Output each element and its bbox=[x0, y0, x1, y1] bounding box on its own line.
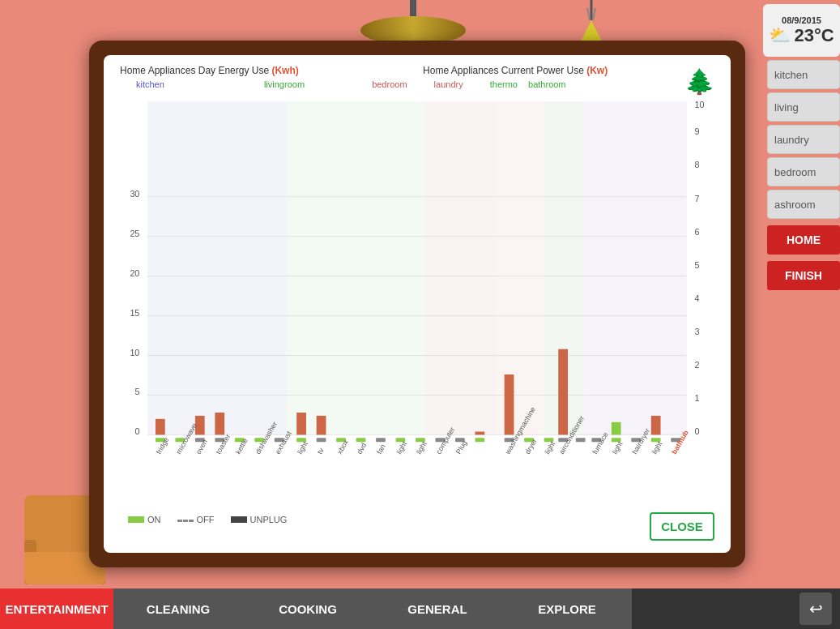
label-kitchen: kitchen bbox=[136, 79, 164, 89]
svg-text:light: light bbox=[395, 439, 409, 455]
room-btn-laundry[interactable]: laundry bbox=[767, 125, 840, 154]
home-button[interactable]: HOME bbox=[767, 225, 840, 255]
nav-general[interactable]: GENERAL bbox=[373, 588, 502, 629]
svg-rect-58 bbox=[651, 416, 661, 434]
svg-text:fan: fan bbox=[375, 443, 387, 456]
exit-button[interactable]: ↩ bbox=[799, 593, 832, 625]
right-panel: 08/9/2015 ⛅ 23°C kitchen living laundry … bbox=[759, 0, 840, 584]
label-bathroom: bathroom bbox=[528, 79, 565, 89]
chart-svg: 0 5 10 15 20 25 30 0 1 2 3 4 5 6 7 8 9 1… bbox=[116, 92, 718, 508]
chart-title-left: Home Appliances Day Energy Use (Kwh) bbox=[120, 65, 299, 76]
svg-text:9: 9 bbox=[695, 126, 700, 136]
svg-text:20: 20 bbox=[130, 268, 139, 278]
svg-text:light: light bbox=[544, 439, 557, 455]
main-frame: 🌲 Home Appliances Day Energy Use (Kwh) H… bbox=[89, 41, 745, 567]
svg-rect-35 bbox=[156, 419, 165, 435]
svg-rect-56 bbox=[612, 422, 621, 435]
svg-text:5: 5 bbox=[695, 260, 700, 270]
svg-text:light: light bbox=[296, 439, 309, 455]
svg-text:10: 10 bbox=[695, 100, 705, 109]
svg-text:1: 1 bbox=[695, 393, 700, 403]
weather-date: 08/9/2015 bbox=[782, 15, 821, 25]
svg-rect-5 bbox=[286, 101, 424, 434]
svg-text:0: 0 bbox=[695, 426, 700, 436]
svg-text:4: 4 bbox=[695, 293, 700, 303]
frame-inner: 🌲 Home Appliances Day Energy Use (Kwh) H… bbox=[104, 55, 731, 553]
svg-line-3 bbox=[593, 8, 595, 20]
svg-rect-81 bbox=[576, 438, 586, 442]
nav-entertainment[interactable]: ENTERTAINMENT bbox=[0, 588, 113, 629]
svg-text:15: 15 bbox=[130, 308, 139, 318]
svg-text:6: 6 bbox=[695, 227, 700, 237]
svg-rect-6 bbox=[425, 101, 497, 434]
svg-rect-51 bbox=[505, 374, 514, 434]
svg-text:light: light bbox=[650, 439, 664, 455]
svg-text:7: 7 bbox=[695, 194, 700, 203]
label-laundry: laundry bbox=[434, 79, 463, 89]
svg-text:30: 30 bbox=[130, 189, 139, 199]
nav-cleaning[interactable]: CLEANING bbox=[113, 588, 243, 629]
weather-widget: 08/9/2015 ⛅ 23°C bbox=[763, 4, 840, 57]
svg-text:light: light bbox=[611, 439, 625, 455]
weather-temp: ⛅ 23°C bbox=[769, 25, 834, 46]
svg-text:light: light bbox=[415, 439, 429, 455]
bottom-nav: ENTERTAINMENT CLEANING COOKING GENERAL E… bbox=[0, 588, 840, 629]
legend-on-label: ON bbox=[147, 515, 161, 524]
svg-text:dvd: dvd bbox=[356, 442, 369, 456]
nav-cooking[interactable]: COOKING bbox=[243, 588, 373, 629]
svg-line-2 bbox=[587, 8, 590, 20]
close-button[interactable]: CLOSE bbox=[650, 512, 714, 541]
chart-legend: ON OFF UNPLUG bbox=[128, 515, 287, 524]
chart-title-right: Home Appliances Current Power Use (Kw) bbox=[423, 65, 608, 76]
svg-text:25: 25 bbox=[130, 229, 139, 238]
legend-off: OFF bbox=[177, 515, 215, 524]
legend-off-label: OFF bbox=[197, 515, 215, 524]
room-labels: kitchen livingroom bedroom laundry therm… bbox=[128, 79, 682, 89]
legend-unplug: UNPLUG bbox=[231, 515, 288, 524]
svg-rect-50 bbox=[475, 432, 484, 435]
room-btn-living[interactable]: living bbox=[767, 92, 840, 122]
legend-off-color bbox=[177, 520, 194, 522]
weather-temperature: 23°C bbox=[794, 25, 834, 46]
nav-explore[interactable]: EXPLORE bbox=[502, 588, 632, 629]
svg-rect-9 bbox=[584, 101, 687, 434]
svg-text:10: 10 bbox=[130, 348, 139, 357]
legend-on-color bbox=[128, 516, 144, 523]
svg-text:2: 2 bbox=[695, 360, 700, 370]
svg-text:toaster: toaster bbox=[214, 433, 232, 456]
svg-text:5: 5 bbox=[134, 387, 139, 396]
svg-rect-71 bbox=[376, 438, 386, 442]
svg-rect-70 bbox=[356, 438, 366, 442]
chart-titles: Home Appliances Day Energy Use (Kwh) Hom… bbox=[120, 65, 682, 76]
label-thermo: thermo bbox=[490, 79, 518, 89]
weather-icon: ⛅ bbox=[769, 25, 791, 46]
svg-rect-38 bbox=[215, 413, 224, 434]
svg-text:0: 0 bbox=[134, 426, 139, 436]
finish-button[interactable]: FINISH bbox=[767, 261, 840, 290]
svg-rect-68 bbox=[317, 438, 326, 442]
label-bedroom: bedroom bbox=[372, 79, 407, 89]
svg-rect-4 bbox=[147, 101, 286, 434]
svg-rect-42 bbox=[296, 413, 306, 434]
svg-text:3: 3 bbox=[695, 327, 700, 336]
svg-rect-76 bbox=[475, 438, 484, 442]
legend-on: ON bbox=[128, 515, 161, 524]
svg-rect-7 bbox=[497, 101, 544, 434]
svg-rect-54 bbox=[558, 349, 568, 435]
room-btn-kitchen[interactable]: kitchen bbox=[767, 60, 840, 89]
legend-unplug-label: UNPLUG bbox=[250, 515, 288, 524]
label-livingroom: livingroom bbox=[264, 79, 305, 89]
svg-rect-43 bbox=[317, 416, 326, 434]
room-btn-bedroom[interactable]: bedroom bbox=[767, 157, 840, 186]
legend-unplug-color bbox=[231, 516, 247, 523]
room-btn-ashroom[interactable]: ashroom bbox=[767, 190, 840, 219]
svg-text:8: 8 bbox=[695, 160, 700, 169]
svg-text:tv: tv bbox=[316, 446, 326, 455]
